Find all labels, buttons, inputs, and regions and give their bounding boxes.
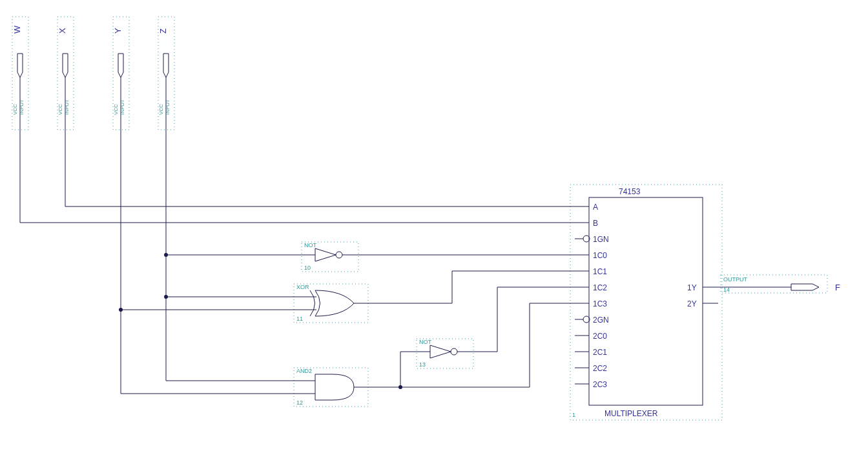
svg-text:1GN: 1GN	[593, 235, 609, 244]
svg-text:INPUT: INPUT	[64, 99, 70, 115]
svg-text:VCC: VCC	[113, 104, 119, 115]
svg-text:2GN: 2GN	[593, 316, 609, 325]
not-gate-10: NOT 10	[302, 242, 358, 272]
svg-text:Z: Z	[158, 28, 168, 34]
svg-text:F: F	[835, 283, 840, 292]
svg-text:NOT: NOT	[304, 242, 317, 248]
schematic-canvas: W VCC INPUT X VCC INPUT Y VCC INPUT Z VC…	[0, 0, 868, 462]
svg-text:1C1: 1C1	[593, 267, 607, 276]
svg-text:INPUT: INPUT	[119, 99, 125, 115]
svg-text:2Y: 2Y	[687, 299, 697, 308]
svg-text:X: X	[57, 28, 67, 34]
input-X: X VCC INPUT	[57, 17, 74, 130]
svg-text:INPUT: INPUT	[165, 99, 170, 115]
svg-text:1C0: 1C0	[593, 251, 607, 260]
svg-text:A: A	[593, 203, 598, 212]
svg-text:2C0: 2C0	[593, 332, 607, 341]
svg-text:VCC: VCC	[57, 104, 63, 115]
svg-text:VCC: VCC	[12, 104, 18, 115]
svg-text:13: 13	[419, 361, 426, 368]
svg-text:OUTPUT: OUTPUT	[723, 276, 748, 283]
not-gate-13: NOT 13	[417, 339, 473, 368]
svg-text:B: B	[593, 219, 598, 228]
svg-text:Y: Y	[113, 28, 123, 34]
xor-gate-11: XOR 11	[294, 284, 368, 323]
svg-text:VCC: VCC	[158, 104, 164, 115]
and-gate-12: AND2 12	[294, 368, 368, 407]
input-W: W VCC INPUT	[12, 17, 28, 130]
svg-text:NOT: NOT	[419, 339, 432, 345]
svg-text:XOR: XOR	[296, 284, 309, 290]
svg-text:10: 10	[304, 265, 311, 271]
input-Z: Z VCC INPUT	[158, 17, 174, 130]
svg-text:AND2: AND2	[296, 368, 312, 374]
input-Y: Y VCC INPUT	[113, 17, 129, 130]
svg-text:2C2: 2C2	[593, 364, 607, 373]
svg-text:1C3: 1C3	[593, 299, 607, 308]
output-F: OUTPUT 14 F	[721, 275, 840, 293]
svg-text:2C3: 2C3	[593, 380, 607, 389]
svg-text:12: 12	[296, 399, 303, 406]
svg-text:MULTIPLEXER: MULTIPLEXER	[604, 409, 658, 418]
svg-text:1Y: 1Y	[687, 283, 697, 292]
svg-text:W: W	[12, 25, 22, 34]
svg-text:11: 11	[296, 316, 303, 322]
svg-text:INPUT: INPUT	[19, 99, 25, 115]
svg-text:1C2: 1C2	[593, 283, 607, 292]
svg-text:74153: 74153	[619, 187, 641, 196]
multiplexer-74153: 74153 1 MULTIPLEXER A B 1GN 1C0 1C1 1C2 …	[570, 185, 722, 420]
svg-text:1: 1	[572, 412, 575, 418]
svg-text:2C1: 2C1	[593, 348, 607, 357]
